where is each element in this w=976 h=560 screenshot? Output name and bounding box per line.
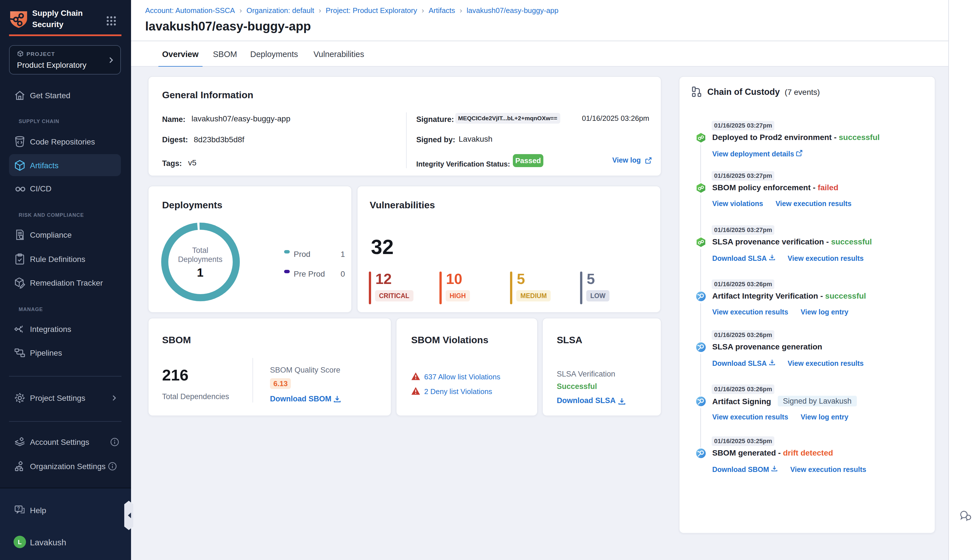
svg-text:?: ? <box>17 506 20 511</box>
